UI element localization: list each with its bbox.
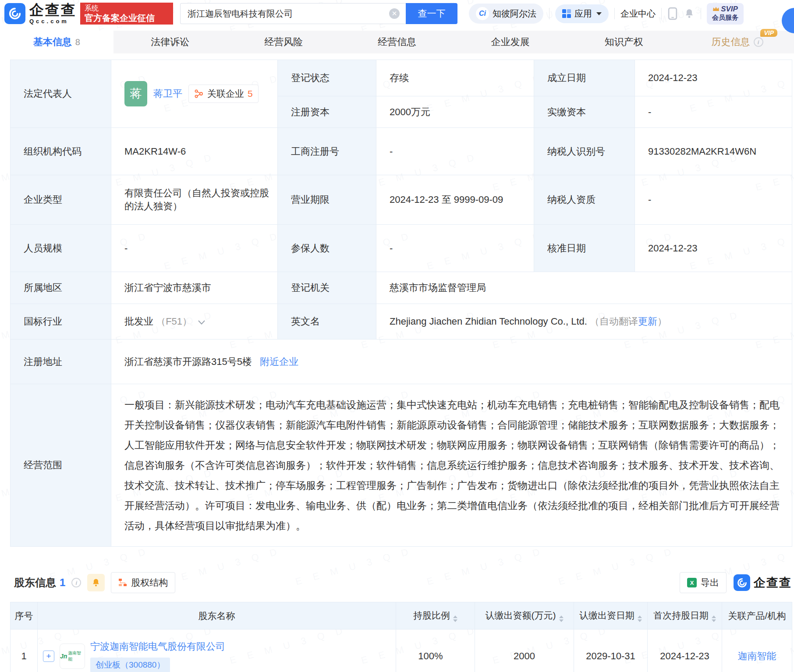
insured-count-label: 参保人数	[278, 225, 376, 272]
holding-ratio-value: 100%	[396, 630, 475, 672]
equity-structure-icon	[118, 578, 127, 587]
divider	[614, 8, 615, 19]
qcc-logo[interactable]: 企查查 Qcc.com 系统 官方备案企业征信	[4, 3, 173, 25]
search-input[interactable]	[180, 3, 406, 24]
chevron-down-icon[interactable]	[198, 320, 205, 325]
tab-operation-risk[interactable]: 经营风险	[227, 31, 340, 53]
tab-legal-litigation[interactable]: 法律诉讼	[113, 31, 227, 53]
shareholder-company-logo: Jn 迦南智能	[60, 644, 85, 669]
region-label: 所属地区	[11, 272, 111, 304]
english-name-value: Zhejiang Jiachen Zhidian Technology Co.,…	[376, 304, 792, 340]
expand-row-button[interactable]: +	[43, 651, 54, 662]
search-area: ✕ 查一下	[180, 3, 457, 24]
industry-code: （F51）	[156, 316, 192, 327]
equity-structure-button[interactable]: 股权结构	[111, 572, 175, 593]
shareholders-table-header: 序号 股东名称 持股比例 认缴出资额(万元) 认缴出资日期 首次持股日期 关联产…	[11, 602, 792, 630]
tab-history-info[interactable]: 历史信息 i VIP	[681, 31, 794, 53]
shareholders-header: 股东信息1 i 股权结构 X 导出	[14, 572, 792, 593]
reg-status-value: 存续	[376, 60, 534, 96]
subscribed-date-value: 2029-10-31	[574, 630, 648, 672]
biz-term-value: 2024-12-23 至 9999-09-09	[376, 175, 534, 225]
address-value: 浙江省慈溪市开源路315号5楼 附近企业	[111, 340, 792, 384]
svip-member-entry[interactable]: SVIP 会员服务	[707, 3, 744, 25]
biz-term-label: 营业期限	[278, 175, 376, 225]
top-bar: 企查查 Qcc.com 系统 官方备案企业征信 ✕ 查一下 Ci 知彼阿尔法 应…	[0, 0, 794, 25]
search-button[interactable]: 查一下	[406, 3, 457, 24]
approval-date-value: 2024-12-23	[635, 225, 792, 272]
floating-widget-button[interactable]	[782, 8, 794, 33]
legal-rep-avatar[interactable]: 蒋	[124, 81, 147, 106]
excel-icon: X	[687, 578, 697, 587]
establish-date-value: 2024-12-23	[635, 60, 792, 96]
monitor-bell-button[interactable]	[87, 574, 105, 591]
first-holding-date-value: 2024-12-23	[648, 630, 722, 672]
qcc-logo-icon	[4, 3, 25, 24]
notification-bell-icon[interactable]	[684, 7, 695, 20]
chevron-down-icon	[596, 12, 602, 15]
paid-capital-value: -	[635, 96, 792, 128]
company-type-value: 有限责任公司（自然人投资或控股的法人独资）	[111, 175, 278, 225]
divider	[701, 8, 701, 19]
translate-update-link[interactable]: 更新	[638, 316, 657, 327]
org-code-label: 组织机构代码	[11, 128, 111, 175]
shareholders-table: 序号 股东名称 持股比例 认缴出资额(万元) 认缴出资日期 首次持股日期 关联产…	[10, 602, 792, 672]
insured-count-value: -	[376, 225, 534, 272]
enterprise-center-link[interactable]: 企业中心	[620, 8, 656, 20]
mobile-app-icon[interactable]	[667, 7, 678, 20]
related-companies-button[interactable]: 关联企业 5	[188, 85, 259, 103]
row-index: 1	[11, 630, 38, 672]
tab-enterprise-development[interactable]: 企业发展	[454, 31, 567, 53]
taxpayer-id-value: 91330282MA2KR14W6N	[635, 128, 792, 175]
tab-operation-info[interactable]: 经营信息	[340, 31, 454, 53]
col-related-products: 关联产品/机构	[722, 602, 792, 630]
staff-size-value: -	[111, 225, 278, 272]
sort-icon	[638, 615, 642, 622]
taxpayer-quality-value: -	[635, 175, 792, 225]
export-button[interactable]: X 导出	[680, 572, 727, 593]
col-first-holding-date[interactable]: 首次持股日期	[648, 602, 722, 630]
biz-reg-no-value: -	[376, 128, 534, 175]
reg-capital-value: 2000万元	[376, 96, 534, 128]
zhibi-alpha-entry[interactable]: Ci 知彼阿尔法	[469, 4, 543, 24]
listing-board-badge[interactable]: 创业板（300880）	[90, 658, 170, 672]
qcc-watermark-logo: 企查查	[734, 574, 792, 591]
approval-date-label: 核准日期	[534, 225, 635, 272]
legal-rep-name-link[interactable]: 蒋卫平	[153, 87, 182, 100]
apps-grid-icon	[562, 9, 571, 18]
business-scope-label: 经营范围	[11, 384, 111, 547]
divider	[661, 8, 662, 19]
org-code-value: MA2KR14W-6	[111, 128, 278, 175]
nearby-companies-link[interactable]: 附近企业	[260, 356, 298, 367]
clear-search-icon[interactable]: ✕	[389, 8, 400, 19]
col-subscribed-date[interactable]: 认缴出资日期	[574, 602, 648, 630]
reg-capital-label: 注册资本	[278, 96, 376, 128]
establish-date-label: 成立日期	[534, 60, 635, 96]
basic-info-table: 法定代表人 蒋 蒋卫平 关联企业 5	[10, 60, 792, 547]
tab-basic-info[interactable]: 基本信息 8	[0, 31, 113, 53]
zhibi-alpha-icon: Ci	[476, 7, 489, 20]
col-ratio[interactable]: 持股比例	[396, 602, 475, 630]
related-companies-icon	[194, 89, 204, 99]
apps-menu[interactable]: 应用	[555, 4, 609, 23]
info-icon: i	[754, 37, 763, 47]
shareholders-count: 1	[60, 577, 65, 588]
taxpayer-id-label: 纳税人识别号	[534, 128, 635, 175]
info-icon: i	[71, 578, 81, 587]
col-shareholder-name: 股东名称	[38, 602, 396, 630]
authority-label: 登记机关	[278, 272, 376, 304]
shareholder-name-link[interactable]: 宁波迦南智能电气股份有限公司	[90, 640, 225, 653]
region-value: 浙江省宁波市慈溪市	[111, 272, 278, 304]
crown-icon	[712, 6, 720, 12]
taxpayer-quality-label: 纳税人资质	[534, 175, 635, 225]
related-product-link: 迦南智能	[722, 630, 792, 672]
section-tabs: 基本信息 8 法律诉讼 经营风险 经营信息 企业发展 知识产权 历史信息 i V…	[0, 31, 794, 53]
industry-value[interactable]: 批发业 （F51）	[111, 304, 278, 340]
alert-bell-icon	[91, 577, 101, 588]
col-subscribed-amount[interactable]: 认缴出资额(万元)	[475, 602, 574, 630]
col-index: 序号	[11, 602, 38, 630]
paid-capital-label: 实缴资本	[534, 96, 635, 128]
tab-intellectual-property[interactable]: 知识产权	[567, 31, 681, 53]
sort-icon	[712, 615, 716, 622]
authority-value: 慈溪市市场监督管理局	[376, 272, 792, 304]
biz-reg-no-label: 工商注册号	[278, 128, 376, 175]
